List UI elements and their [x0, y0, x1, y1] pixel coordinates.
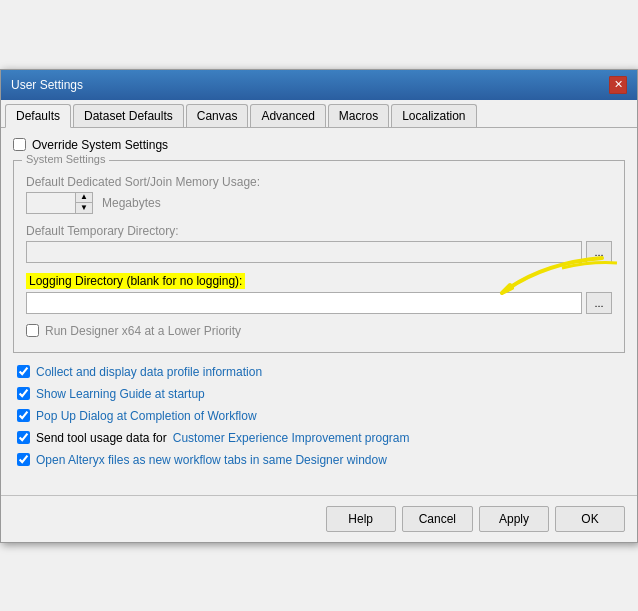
sort-memory-label: Default Dedicated Sort/Join Memory Usage…: [26, 175, 612, 189]
tab-content: Override System Settings System Settings…: [1, 128, 637, 485]
system-settings-legend: System Settings: [22, 153, 109, 165]
tab-dataset-defaults[interactable]: Dataset Defaults: [73, 104, 184, 127]
sort-memory-spinbox: 4067 ▲ ▼: [26, 192, 96, 214]
sort-memory-input[interactable]: 4067: [26, 192, 76, 214]
tab-localization[interactable]: Localization: [391, 104, 476, 127]
tab-canvas[interactable]: Canvas: [186, 104, 249, 127]
spinbox-up-button[interactable]: ▲: [76, 193, 92, 203]
title-bar: User Settings ✕: [1, 70, 637, 100]
override-label: Override System Settings: [32, 138, 168, 152]
option-label-0: Collect and display data profile informa…: [36, 365, 262, 379]
temp-dir-label: Default Temporary Directory:: [26, 224, 612, 238]
dialog-title: User Settings: [11, 78, 83, 92]
option-label-1: Show Learning Guide at startup: [36, 387, 205, 401]
logging-label: Logging Directory (blank for no logging)…: [26, 273, 245, 289]
option-row-2: Pop Up Dialog at Completion of Workflow: [17, 409, 621, 423]
logging-browse-button[interactable]: ...: [586, 292, 612, 314]
option-checkbox-0[interactable]: [17, 365, 30, 378]
system-settings-group: System Settings Default Dedicated Sort/J…: [13, 160, 625, 353]
run-lower-priority-row: Run Designer x64 at a Lower Priority: [26, 324, 612, 338]
option-row-3: Send tool usage data for Customer Experi…: [17, 431, 621, 445]
apply-button[interactable]: Apply: [479, 506, 549, 532]
option-row-4: Open Alteryx files as new workflow tabs …: [17, 453, 621, 467]
megabytes-label: Megabytes: [102, 196, 161, 210]
run-lower-priority-label: Run Designer x64 at a Lower Priority: [45, 324, 241, 338]
option-checkbox-1[interactable]: [17, 387, 30, 400]
spinbox-buttons: ▲ ▼: [76, 192, 93, 214]
ok-button[interactable]: OK: [555, 506, 625, 532]
help-button[interactable]: Help: [326, 506, 396, 532]
logging-dir-input[interactable]: [26, 292, 582, 314]
temp-dir-browse-button[interactable]: ...: [586, 241, 612, 263]
option-label-4: Open Alteryx files as new workflow tabs …: [36, 453, 387, 467]
override-row: Override System Settings: [13, 138, 625, 152]
option-label-3-before: Send tool usage data for: [36, 431, 167, 445]
option-checkbox-4[interactable]: [17, 453, 30, 466]
option-label-2: Pop Up Dialog at Completion of Workflow: [36, 409, 257, 423]
close-button[interactable]: ✕: [609, 76, 627, 94]
option-checkbox-3[interactable]: [17, 431, 30, 444]
temp-dir-row: C:\ProgramData\Alteryx\Engine ...: [26, 241, 612, 263]
tab-advanced[interactable]: Advanced: [250, 104, 325, 127]
button-bar: Help Cancel Apply OK: [1, 495, 637, 542]
sort-memory-row: 4067 ▲ ▼ Megabytes: [26, 192, 612, 214]
option-row-0: Collect and display data profile informa…: [17, 365, 621, 379]
override-checkbox[interactable]: [13, 138, 26, 151]
option-row-1: Show Learning Guide at startup: [17, 387, 621, 401]
logging-dir-row: ...: [26, 292, 612, 314]
logging-label-row: Logging Directory (blank for no logging)…: [26, 273, 612, 289]
tab-bar: Defaults Dataset Defaults Canvas Advance…: [1, 100, 637, 128]
tab-macros[interactable]: Macros: [328, 104, 389, 127]
options-section: Collect and display data profile informa…: [13, 365, 625, 467]
spinbox-down-button[interactable]: ▼: [76, 203, 92, 213]
option-label-3-link: Customer Experience Improvement program: [173, 431, 410, 445]
tab-defaults[interactable]: Defaults: [5, 104, 71, 128]
cancel-button[interactable]: Cancel: [402, 506, 473, 532]
temp-dir-input[interactable]: C:\ProgramData\Alteryx\Engine: [26, 241, 582, 263]
user-settings-dialog: User Settings ✕ Defaults Dataset Default…: [0, 69, 638, 543]
run-lower-priority-checkbox[interactable]: [26, 324, 39, 337]
option-checkbox-2[interactable]: [17, 409, 30, 422]
